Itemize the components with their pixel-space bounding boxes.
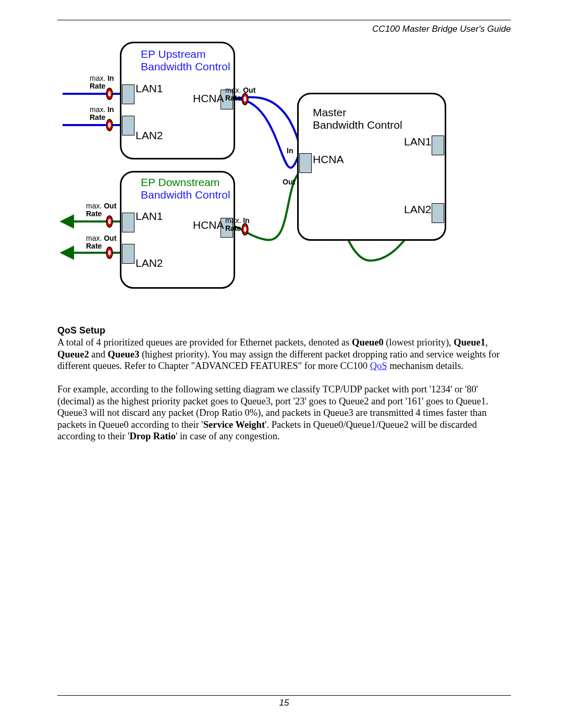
- header-title: CC100 Master Bridge User's Guide: [372, 24, 511, 34]
- header-rule: [57, 20, 511, 20]
- master-in-label: In: [287, 147, 293, 155]
- master-lan2-port: [432, 203, 444, 223]
- master-lan2-label: LAN2: [404, 203, 432, 216]
- upstream-title-b: Bandwidth Control: [141, 60, 230, 73]
- downstream-hcna-maxin: max. InRate: [225, 217, 250, 233]
- downstream-lan1-label: LAN1: [136, 210, 163, 223]
- bandwidth-diagram: EP Upstream Bandwidth Control LAN1 LAN2 …: [57, 42, 511, 297]
- upstream-hcna-maxout: max. OutRate: [225, 87, 255, 103]
- qos-paragraph-2: For example, according to the following …: [57, 384, 511, 442]
- master-title-a: Master: [313, 106, 346, 119]
- upstream-lan2-port: [122, 116, 134, 135]
- upstream-lan1-port: [122, 84, 134, 104]
- downstream-title-b: Bandwidth Control: [141, 189, 230, 201]
- upstream-lan1-maxin: max. InRate: [90, 75, 114, 91]
- master-hcna-label: HCNA: [313, 153, 344, 166]
- page: CC100 Master Bridge User's Guide: [0, 0, 563, 728]
- page-number: 15: [279, 698, 289, 708]
- master-lan1-label: LAN1: [404, 135, 432, 148]
- qos-section: QoS Setup A total of 4 prioritized queue…: [57, 325, 511, 442]
- qos-paragraph-1: A total of 4 prioritized queues are prov…: [57, 337, 511, 372]
- downstream-hcna-label: HCNA: [193, 219, 224, 231]
- downstream-lan1-maxout: max. OutRate: [86, 202, 116, 218]
- upstream-lan2-maxin: max. InRate: [90, 106, 114, 122]
- upstream-lan2-label: LAN2: [136, 129, 163, 142]
- downstream-lan2-label: LAN2: [136, 257, 163, 269]
- master-title-b: Bandwidth Control: [313, 119, 402, 131]
- qos-heading: QoS Setup: [57, 325, 511, 337]
- downstream-lan2-port: [122, 244, 134, 264]
- footer: 15: [57, 695, 511, 708]
- master-out-label: Out: [283, 178, 295, 186]
- upstream-lan1-label: LAN1: [136, 82, 163, 95]
- upstream-title-a: EP Upstream: [141, 48, 206, 60]
- master-lan1-port: [432, 135, 444, 155]
- downstream-lan2-maxout: max. OutRate: [86, 235, 116, 251]
- qos-link[interactable]: QoS: [370, 361, 387, 371]
- master-hcna-port: [299, 153, 312, 173]
- upstream-hcna-label: HCNA: [193, 92, 224, 105]
- downstream-title-a: EP Downstream: [141, 176, 219, 189]
- downstream-lan1-port: [122, 213, 134, 232]
